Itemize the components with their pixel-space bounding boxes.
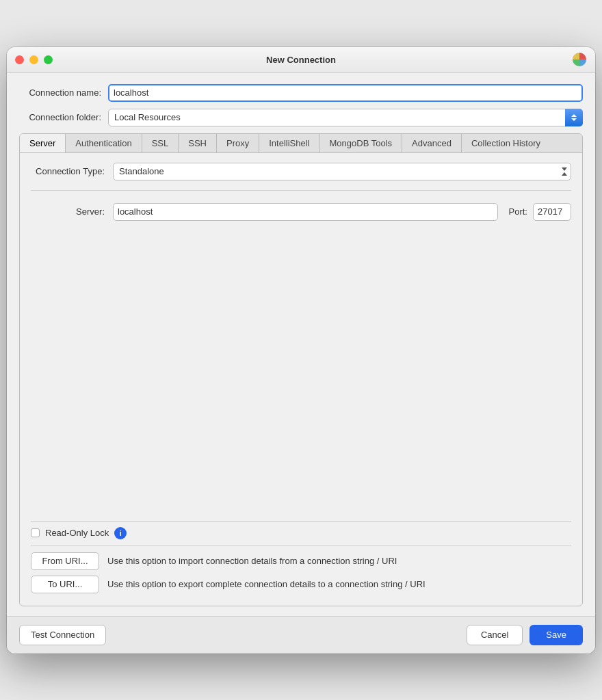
arrow-down-icon: [571, 118, 577, 121]
window: New Connection Connection name: Connecti…: [7, 47, 595, 654]
tab-mongodb-tools[interactable]: MongoDB Tools: [320, 134, 403, 152]
window-footer: Test Connection Cancel Save: [7, 616, 595, 654]
connection-name-row: Connection name:: [19, 84, 583, 102]
footer-right: Cancel Save: [467, 625, 583, 645]
connection-type-select[interactable]: Standalone Replica Set Sharded Cluster D…: [113, 163, 571, 180]
minimize-button[interactable]: [29, 55, 38, 64]
window-title: New Connection: [266, 55, 336, 65]
info-icon[interactable]: i: [114, 527, 127, 539]
test-connection-button[interactable]: Test Connection: [19, 625, 106, 645]
tab-ssl[interactable]: SSL: [142, 134, 179, 152]
port-label: Port:: [509, 206, 527, 217]
bottom-section: Read-Only Lock i From URI... Use this op…: [20, 515, 582, 606]
connection-folder-select[interactable]: Local Resources: [108, 109, 583, 126]
to-uri-row: To URI... Use this option to export comp…: [31, 576, 571, 593]
readonly-label: Read-Only Lock: [45, 528, 109, 538]
server-input[interactable]: [113, 203, 498, 221]
folder-arrow-icon: [565, 109, 583, 126]
tab-authentication[interactable]: Authentication: [66, 134, 142, 152]
save-button[interactable]: Save: [529, 625, 583, 645]
footer-left: Test Connection: [19, 625, 106, 645]
close-button[interactable]: [15, 55, 24, 64]
connection-type-wrapper: Standalone Replica Set Sharded Cluster D…: [113, 163, 571, 180]
dialog-content: Connection name: Connection folder: Loca…: [7, 73, 595, 616]
cancel-button[interactable]: Cancel: [467, 625, 523, 645]
connection-folder-label: Connection folder:: [19, 112, 108, 122]
titlebar: New Connection: [7, 47, 595, 73]
port-input[interactable]: [533, 203, 571, 221]
tab-advanced[interactable]: Advanced: [402, 134, 462, 152]
from-uri-button[interactable]: From URI...: [31, 552, 99, 570]
tab-intellishell[interactable]: IntelliShell: [259, 134, 319, 152]
readonly-row: Read-Only Lock i: [31, 521, 571, 546]
connection-type-row: Connection Type: Standalone Replica Set …: [31, 163, 571, 191]
window-controls: [15, 55, 53, 64]
connection-name-label: Connection name:: [19, 88, 108, 98]
arrow-up-icon: [571, 114, 577, 117]
to-uri-description: Use this option to export complete conne…: [107, 579, 426, 589]
connection-folder-row: Connection folder: Local Resources: [19, 109, 583, 126]
server-port-row: Server: Port:: [31, 200, 571, 221]
server-label: Server:: [31, 206, 113, 217]
tab-ssh[interactable]: SSH: [179, 134, 217, 152]
connection-name-input[interactable]: [108, 84, 583, 102]
folder-select-wrapper: Local Resources: [108, 109, 583, 126]
tabs-bar: Server Authentication SSL SSH Proxy Inte…: [20, 134, 582, 153]
tabs-container: Server Authentication SSL SSH Proxy Inte…: [19, 133, 583, 606]
readonly-checkbox[interactable]: [31, 528, 40, 537]
from-uri-row: From URI... Use this option to import co…: [31, 552, 571, 570]
tab-collection-history[interactable]: Collection History: [462, 134, 550, 152]
tab-content-server: Connection Type: Standalone Replica Set …: [20, 153, 582, 515]
from-uri-description: Use this option to import connection det…: [107, 556, 397, 566]
to-uri-button[interactable]: To URI...: [31, 576, 99, 593]
tab-server[interactable]: Server: [20, 134, 66, 153]
maximize-button[interactable]: [44, 55, 53, 64]
app-icon: [572, 52, 587, 67]
tab-proxy[interactable]: Proxy: [217, 134, 259, 152]
connection-type-label: Connection Type:: [31, 166, 113, 176]
